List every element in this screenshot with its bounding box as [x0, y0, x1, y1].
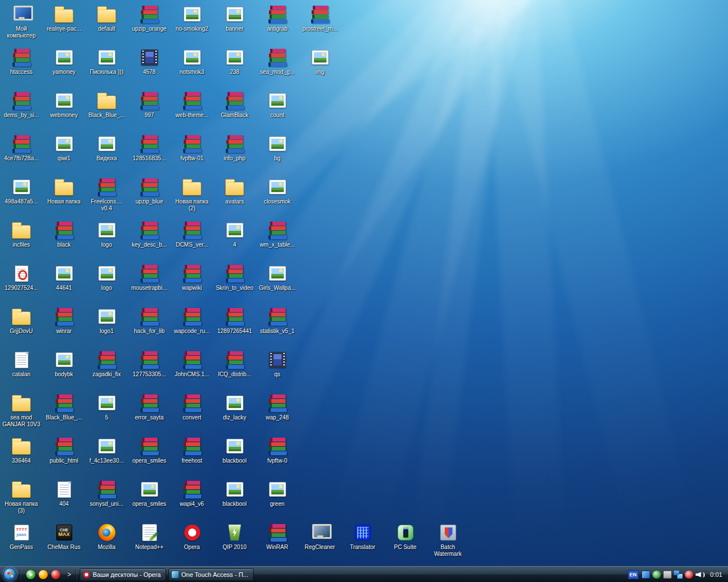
desktop-icon[interactable]: CHEMAXCheMax Rus — [43, 523, 85, 551]
desktop-icon[interactable]: closesmok — [257, 177, 298, 205]
desktop-icon[interactable]: Писюлька ))) — [86, 48, 127, 76]
taskbar-button[interactable]: Ваши десктопы - Opera — [80, 568, 166, 581]
desktop-icon[interactable]: logo — [86, 264, 127, 292]
desktop-icon[interactable]: Видюха — [86, 134, 127, 162]
desktop-icon[interactable]: key_desc_b... — [129, 221, 170, 248]
desktop-icon[interactable]: opera_smiles — [129, 436, 170, 464]
desktop-icon[interactable]: freehost — [171, 436, 213, 464]
desktop-icon[interactable]: GrjjDovU — [1, 307, 42, 335]
shield-tray-icon[interactable] — [652, 571, 661, 579]
desktop-icon[interactable]: Black_Blue_... — [86, 91, 127, 119]
desktop-icon[interactable]: bodybk — [43, 350, 85, 378]
desktop-icon[interactable]: default — [86, 5, 127, 32]
desktop-icon[interactable]: Batch Watermark — [427, 523, 469, 558]
desktop-icon[interactable]: Opera — [171, 523, 213, 551]
desktop-icon[interactable]: notsmok3 — [171, 48, 213, 76]
desktop-icon[interactable]: Skrin_to_video — [214, 264, 255, 292]
desktop-icon[interactable]: info_php — [214, 134, 255, 162]
desktop-icon[interactable]: logo — [86, 221, 127, 248]
desktop-icon[interactable]: wap_248 — [257, 393, 298, 421]
desktop-icon[interactable]: public_html — [43, 436, 85, 464]
desktop-icon[interactable]: prostreet_m... — [299, 5, 341, 32]
desktop-icon[interactable]: 336464 — [1, 436, 42, 464]
desktop-icon[interactable]: DCMS_ver... — [171, 221, 213, 248]
desktop-icon[interactable]: antigrab — [257, 5, 298, 32]
desktop-icon[interactable]: 127753305... — [129, 350, 170, 378]
volume-tray-icon[interactable] — [696, 571, 705, 579]
desktop-icon[interactable]: Новая папка (2) — [171, 177, 213, 212]
desktop-icon[interactable]: convert — [171, 393, 213, 421]
desktop-icon[interactable]: 997 — [129, 91, 170, 119]
desktop-icon[interactable]: Notepad++ — [129, 523, 170, 551]
desktop-icon[interactable]: qiwi1 — [43, 134, 85, 162]
desktop-icon[interactable]: fvpftw-0 — [257, 436, 298, 464]
desktop-icon[interactable]: sea_mod_g... — [257, 48, 298, 76]
desktop-icon[interactable]: dems_by_si... — [1, 91, 42, 119]
desktop-icon[interactable]: PC Suite — [384, 523, 426, 551]
desktop-icon[interactable]: 5 — [86, 393, 127, 421]
desktop-icon[interactable]: no-smoking2 — [171, 5, 213, 32]
desktop-icon[interactable]: Translator — [342, 523, 383, 551]
desktop-icon[interactable]: 404 — [43, 480, 85, 508]
desktop-icon[interactable]: upzip_orange — [129, 5, 170, 32]
desktop-icon[interactable]: 44641 — [43, 264, 85, 292]
quick-launch-chevron-icon[interactable]: > — [66, 571, 72, 579]
network-tray-icon[interactable] — [674, 571, 682, 579]
desktop-icon[interactable]: error_sayta — [129, 393, 170, 421]
desktop-icon[interactable]: sea mod GANJAR 10V3 — [1, 393, 42, 428]
desktop-icon[interactable]: avatars — [214, 177, 255, 205]
desktop-icon[interactable]: wapcode_ru... — [171, 307, 213, 335]
desktop-icon[interactable]: JohnCMS.1... — [171, 350, 213, 378]
desktop-icon[interactable]: web-theme... — [171, 91, 213, 119]
desktop-icon[interactable]: Mozilla — [86, 523, 127, 551]
desktop-icon[interactable]: bg — [257, 134, 298, 162]
start-button[interactable] — [3, 568, 16, 581]
desktop-icon[interactable]: blackbool — [214, 480, 255, 508]
desktop-icon[interactable]: black — [43, 221, 85, 248]
desktop-icon[interactable]: catalan — [1, 350, 42, 378]
desktop-icon[interactable]: QIP 2010 — [214, 523, 255, 551]
printer-tray-icon[interactable] — [663, 571, 672, 579]
desktop-icon[interactable]: blackbool — [214, 436, 255, 464]
desktop-icon[interactable]: wapi4_v6 — [171, 480, 213, 508]
desktop-icon[interactable]: Girls_Wallpa... — [257, 264, 298, 292]
desktop-icon[interactable]: 4 — [214, 221, 255, 248]
desktop-icon[interactable]: ICQ_distrib... — [214, 350, 255, 378]
desktop-icon[interactable]: hack_for_lib — [129, 307, 170, 335]
desktop-icon[interactable]: statistik_v5_1 — [257, 307, 298, 335]
desktop-icon[interactable]: realnye-pac... — [43, 5, 85, 32]
desktop-icon[interactable]: logo1 — [86, 307, 127, 335]
media-play-icon[interactable] — [26, 570, 35, 579]
desktop-icon[interactable]: opera_smiles — [129, 480, 170, 508]
desktop-icon[interactable]: img — [299, 48, 341, 76]
desktop-icon[interactable]: winrar — [43, 307, 85, 335]
desktop-icon[interactable]: count — [257, 91, 298, 119]
display-tray-icon[interactable] — [642, 571, 650, 579]
desktop-icon[interactable]: webmoney — [43, 91, 85, 119]
desktop-icon[interactable]: upzip_blue — [129, 177, 170, 205]
desktop-icon[interactable]: mousetrapbi... — [129, 264, 170, 292]
desktop-icon[interactable]: qs — [257, 350, 298, 378]
opera-ball-icon[interactable] — [39, 570, 48, 579]
desktop-icon[interactable]: 12897265441 — [214, 307, 255, 335]
record-icon[interactable] — [51, 570, 60, 579]
desktop-icon[interactable]: RegCleaner — [299, 523, 341, 551]
desktop-icon[interactable]: yamoney — [43, 48, 85, 76]
desktop-icon[interactable]: 129027524... — [1, 264, 42, 292]
taskbar-button[interactable]: One Touch Access - П... — [168, 568, 254, 581]
desktop-icon[interactable]: htaccess — [1, 48, 42, 76]
desktop-icon[interactable]: Новая папка — [43, 177, 85, 205]
desktop-icon[interactable]: WinRAR — [257, 523, 298, 551]
desktop-icon[interactable]: diz_lacky — [214, 393, 255, 421]
desktop-icon[interactable]: 4578 — [129, 48, 170, 76]
desktop-icon[interactable]: fvpftw-01 — [171, 134, 213, 162]
desktop-icon[interactable]: Black_Blue_... — [43, 393, 85, 421]
desktop-icon[interactable]: sonysd_uni... — [86, 480, 127, 508]
desktop-icon[interactable]: 498a487a5... — [1, 177, 42, 205]
desktop-icon[interactable]: ????passGenPass — [1, 523, 42, 551]
desktop-icon[interactable]: banner — [214, 5, 255, 32]
desktop-icon[interactable]: Новая папка (3) — [1, 480, 42, 514]
desktop-icon[interactable]: 4ce7fb728a... — [1, 134, 42, 162]
desktop-icon[interactable]: FreeIcons.... v0.4 — [86, 177, 127, 212]
desktop-icon[interactable]: green — [257, 480, 298, 508]
